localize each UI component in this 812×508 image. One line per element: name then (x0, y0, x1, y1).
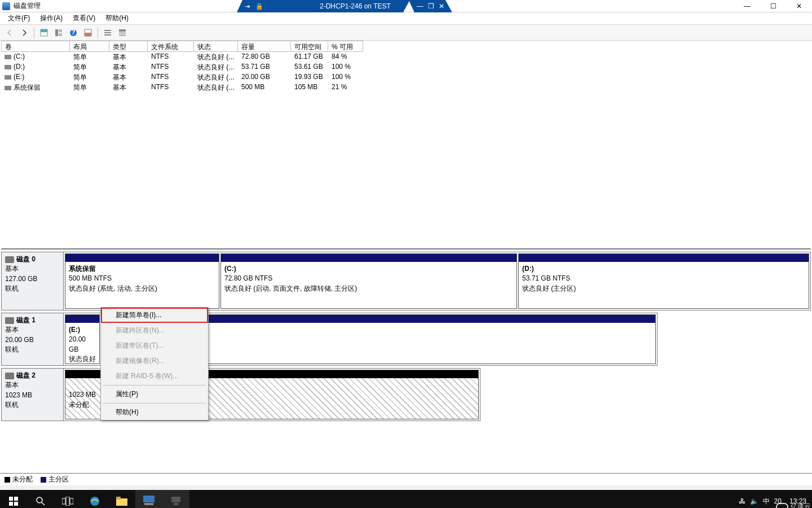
col-free[interactable]: 可用空间 (291, 41, 328, 52)
vm-close-icon[interactable]: ✕ (439, 2, 444, 10)
svg-rect-14 (119, 34, 126, 36)
detail-view-button[interactable] (116, 27, 129, 39)
taskbar: 🖧 🔈 中 20 13:23 亿速云 (0, 490, 812, 508)
svg-rect-22 (66, 497, 69, 506)
partition-c[interactable]: (C:) 72.80 GB NTFS 状态良好 (启动, 页面文件, 故障转储,… (220, 253, 517, 309)
taskbar-diskmgmt[interactable] (135, 490, 162, 508)
svg-rect-10 (104, 32, 111, 33)
svg-line-20 (42, 502, 45, 505)
svg-rect-11 (104, 34, 111, 36)
toolbar-separator (34, 27, 34, 38)
legend-unallocated: 未分配 (5, 475, 33, 484)
partition-stripe (519, 254, 809, 262)
volume-name: 系统保留 (14, 84, 41, 91)
svg-rect-17 (9, 502, 13, 506)
start-button[interactable] (0, 490, 27, 508)
vm-restore-icon[interactable]: ❐ (428, 2, 434, 10)
col-status[interactable]: 状态 (194, 41, 238, 52)
window-maximize-button[interactable]: ☐ (760, 0, 786, 12)
menu-help[interactable]: 帮助(H) (101, 12, 133, 24)
view-top-button[interactable] (38, 27, 50, 39)
window-minimize-button[interactable]: — (734, 0, 760, 12)
tray-volume-icon[interactable]: 🔈 (750, 497, 758, 505)
svg-rect-2 (55, 29, 58, 36)
drive-icon (5, 55, 11, 59)
volume-row[interactable]: (E:) 简单 基本 NTFS 状态良好 (... 20.00 GB 19.93… (1, 72, 811, 82)
ctx-separator (103, 385, 206, 386)
volume-columns-header[interactable]: 卷 布局 类型 文件系统 状态 容量 可用空间 % 可用 (1, 41, 811, 52)
partition-stripe (65, 254, 219, 262)
tray-network-icon[interactable]: 🖧 (739, 497, 745, 505)
disk-label[interactable]: 磁盘 2 基本 1023 MB 联机 (2, 369, 64, 421)
forward-button[interactable] (18, 27, 30, 39)
partition-d[interactable]: (D:) 53.71 GB NTFS 状态良好 (主分区) (518, 253, 809, 309)
help-button[interactable]: ? (67, 27, 80, 39)
window-close-button[interactable]: ✕ (786, 0, 812, 12)
vm-minimize-icon[interactable]: — (417, 2, 423, 10)
task-view-button[interactable] (54, 490, 81, 508)
partition-name: (D:) (522, 265, 534, 273)
disk-row-1[interactable]: 磁盘 1 基本 20.00 GB 联机 (E:) 20.00 GB 状态良好 ( (1, 313, 657, 366)
context-menu: 新建简单卷(I)... 新建跨区卷(N)... 新建带区卷(T)... 新建镜像… (100, 307, 209, 421)
svg-rect-23 (70, 498, 73, 504)
col-type[interactable]: 类型 (109, 41, 148, 52)
svg-rect-30 (174, 503, 178, 505)
volume-name: (C:) (14, 52, 25, 60)
ctx-help[interactable]: 帮助(H) (101, 405, 208, 420)
refresh-button[interactable] (52, 27, 65, 39)
drive-icon (5, 75, 11, 80)
pin-icon[interactable]: ⇥ (245, 3, 250, 10)
window-titlebar: 磁盘管理 ⇥ 🔒 2-DHCP1-246 on TEST — ❐ ✕ — ☐ ✕ (0, 0, 812, 12)
drive-icon (5, 65, 11, 69)
svg-rect-1 (41, 29, 47, 32)
lock-icon[interactable]: 🔒 (255, 3, 263, 10)
partition-system-reserved[interactable]: 系统保留 500 MB NTFS 状态良好 (系统, 活动, 主分区) (65, 253, 219, 309)
disk-label[interactable]: 磁盘 0 基本 127.00 GB 联机 (2, 252, 64, 310)
svg-rect-18 (14, 502, 18, 506)
col-volume[interactable]: 卷 (1, 41, 70, 52)
watermark: 亿速云 (776, 502, 811, 508)
legend-primary: 主分区 (41, 475, 69, 484)
svg-rect-3 (59, 29, 62, 32)
drive-icon (5, 86, 11, 90)
col-pct[interactable]: % 可用 (328, 41, 363, 52)
partition-e[interactable]: (E:) 20.00 GB 状态良好 ( (65, 314, 100, 364)
partition-name: (C:) (224, 265, 236, 273)
search-button[interactable] (27, 490, 54, 508)
col-capacity[interactable]: 容量 (238, 41, 291, 52)
menu-file[interactable]: 文件(F) (3, 12, 34, 24)
col-layout[interactable]: 布局 (70, 41, 109, 52)
ctx-new-simple-volume[interactable]: 新建简单卷(I)... (101, 308, 208, 323)
volume-name: (E:) (14, 73, 24, 81)
partition-stripe (65, 315, 99, 323)
settings-button[interactable] (82, 27, 94, 39)
col-fs[interactable]: 文件系统 (148, 41, 194, 52)
taskbar-server-manager[interactable] (162, 490, 189, 508)
partition-name: 系统保留 (69, 265, 96, 273)
disk-row-2[interactable]: 磁盘 2 基本 1023 MB 联机 1023 MB 未分配 (1, 368, 480, 421)
tray-ime[interactable]: 中 (763, 497, 770, 506)
menu-view[interactable]: 查看(V) (68, 12, 100, 24)
disk-row-0[interactable]: 磁盘 0 基本 127.00 GB 联机 系统保留 500 MB NTFS 状态… (1, 252, 811, 310)
svg-rect-16 (14, 497, 18, 501)
volume-row[interactable]: (C:) 简单 基本 NTFS 状态良好 (... 72.80 GB 61.17… (1, 52, 811, 62)
svg-rect-13 (119, 32, 126, 34)
disk-label[interactable]: 磁盘 1 基本 20.00 GB 联机 (2, 313, 64, 365)
volume-name: (D:) (14, 63, 25, 71)
disk-icon (5, 256, 14, 263)
volume-list[interactable]: 卷 布局 类型 文件系统 状态 容量 可用空间 % 可用 (C:) 简单 基本 … (1, 41, 811, 249)
volume-row[interactable]: 系统保留 简单 基本 NTFS 状态良好 (... 500 MB 105 MB … (1, 82, 811, 93)
taskbar-explorer[interactable] (108, 490, 135, 508)
ctx-properties[interactable]: 属性(P) (101, 387, 208, 402)
svg-rect-15 (9, 497, 13, 501)
menu-action[interactable]: 操作(A) (36, 12, 67, 24)
volume-row[interactable]: (D:) 简单 基本 NTFS 状态良好 (... 53.71 GB 53.61… (1, 62, 811, 72)
ctx-new-raid5-volume: 新建 RAID-5 卷(W)... (101, 369, 208, 384)
list-view-button[interactable] (102, 27, 114, 39)
vm-tab: ⇥ 🔒 2-DHCP1-246 on TEST — ❐ ✕ (237, 0, 452, 12)
svg-rect-9 (104, 30, 111, 31)
taskbar-ie[interactable] (81, 490, 108, 508)
svg-rect-28 (144, 503, 153, 505)
back-button[interactable] (3, 27, 16, 39)
toolbar: ? (0, 25, 812, 41)
